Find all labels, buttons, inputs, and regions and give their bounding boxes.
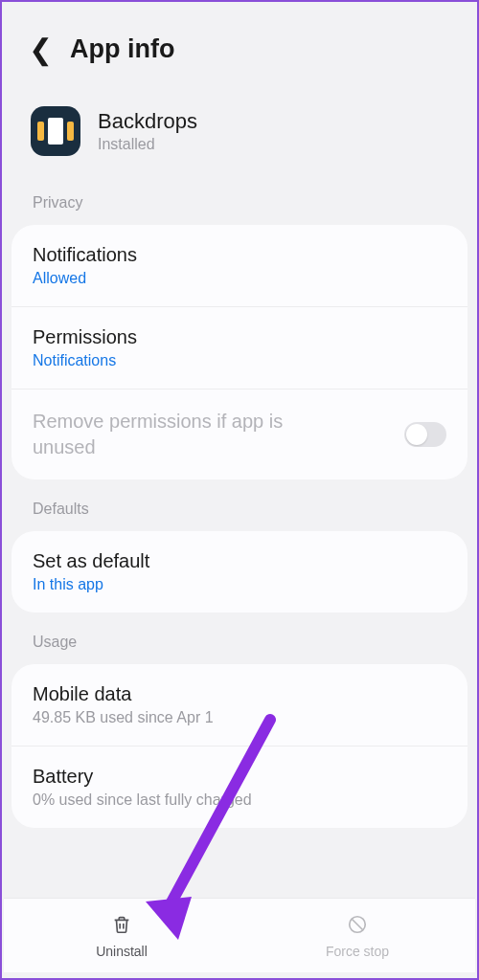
stop-icon bbox=[347, 913, 368, 940]
permissions-row[interactable]: Permissions Notifications bbox=[11, 306, 468, 389]
notifications-title: Notifications bbox=[33, 244, 446, 266]
permissions-value: Notifications bbox=[33, 352, 446, 369]
notifications-row[interactable]: Notifications Allowed bbox=[11, 225, 468, 306]
defaults-card: Set as default In this app bbox=[11, 531, 468, 612]
battery-title: Battery bbox=[33, 766, 446, 788]
permissions-title: Permissions bbox=[33, 326, 446, 348]
force-stop-label: Force stop bbox=[326, 944, 389, 959]
app-status: Installed bbox=[98, 136, 197, 153]
set-default-title: Set as default bbox=[33, 550, 446, 572]
bottom-action-bar: Uninstall Force stop bbox=[4, 898, 475, 972]
uninstall-label: Uninstall bbox=[96, 944, 148, 959]
privacy-card: Notifications Allowed Permissions Notifi… bbox=[11, 225, 468, 479]
usage-card: Mobile data 49.85 KB used since Apr 1 Ba… bbox=[11, 664, 468, 828]
battery-value: 0% used since last fully charged bbox=[33, 791, 446, 809]
trash-icon bbox=[111, 913, 132, 940]
mobile-data-value: 49.85 KB used since Apr 1 bbox=[33, 709, 446, 726]
mobile-data-title: Mobile data bbox=[33, 683, 446, 705]
set-default-row[interactable]: Set as default In this app bbox=[11, 531, 468, 612]
app-header: Backdrops Installed bbox=[2, 89, 477, 183]
section-label-usage: Usage bbox=[2, 622, 477, 664]
force-stop-button[interactable]: Force stop bbox=[240, 899, 475, 972]
remove-permissions-title: Remove permissions if app is unused bbox=[33, 409, 339, 460]
section-label-defaults: Defaults bbox=[2, 489, 477, 531]
battery-row[interactable]: Battery 0% used since last fully charged bbox=[11, 746, 468, 828]
remove-permissions-row[interactable]: Remove permissions if app is unused bbox=[11, 389, 468, 479]
page-title: App info bbox=[70, 34, 174, 64]
back-icon[interactable]: ❮ bbox=[29, 33, 53, 66]
section-label-privacy: Privacy bbox=[2, 183, 477, 225]
uninstall-button[interactable]: Uninstall bbox=[4, 899, 240, 972]
notifications-value: Allowed bbox=[33, 270, 446, 287]
set-default-value: In this app bbox=[33, 576, 446, 593]
app-name: Backdrops bbox=[98, 109, 197, 134]
app-icon bbox=[31, 106, 80, 156]
remove-permissions-toggle[interactable] bbox=[404, 422, 446, 447]
mobile-data-row[interactable]: Mobile data 49.85 KB used since Apr 1 bbox=[11, 664, 468, 746]
